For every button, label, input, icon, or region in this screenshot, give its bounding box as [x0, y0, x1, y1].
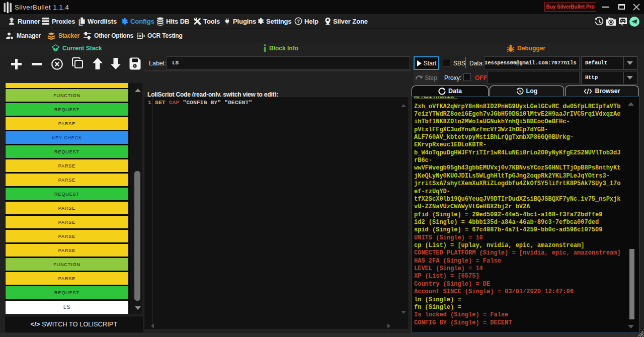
svg-text:?: ?	[297, 18, 300, 24]
svg-text:OC: OC	[137, 34, 142, 38]
svg-text:R: R	[142, 34, 145, 38]
